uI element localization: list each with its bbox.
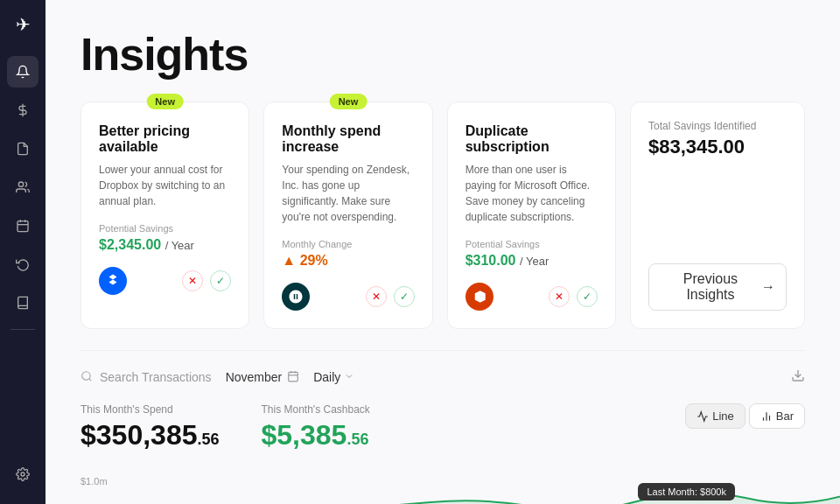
sidebar-divider xyxy=(10,329,35,330)
insights-section: New Better pricing available Lower your … xyxy=(46,102,840,350)
summary-label: Total Savings Identified xyxy=(648,120,787,132)
spend-row: This Month's Spend $350,385.56 This Mont… xyxy=(80,403,805,466)
accept-btn-pricing[interactable]: ✓ xyxy=(210,270,231,291)
sidebar-icon-dollar[interactable] xyxy=(7,94,38,126)
card-title-duplicate: Duplicate subscription xyxy=(466,123,598,155)
frequency-value: Daily xyxy=(313,370,340,384)
calendar-icon xyxy=(287,370,299,385)
dismiss-btn-spend[interactable]: ✕ xyxy=(366,286,387,307)
bar-chart-button[interactable]: Bar xyxy=(749,403,805,429)
chevron-down-icon xyxy=(344,370,354,384)
insight-card-duplicate: Duplicate subscription More than one use… xyxy=(447,102,616,329)
card-desc-spend: Your spending on Zendesk, Inc. has gone … xyxy=(282,162,414,225)
summary-card: Total Savings Identified $83,345.00 Prev… xyxy=(630,102,805,329)
card-footer-spend: ✕ ✓ xyxy=(282,283,414,311)
svg-point-1 xyxy=(18,182,23,186)
spend-value: $350,385.56 xyxy=(80,419,220,452)
line-chart-button[interactable]: Line xyxy=(685,403,746,429)
month-value: November xyxy=(226,370,283,384)
page-header: Insights xyxy=(46,0,840,102)
transactions-section: Search Transactions November Daily xyxy=(46,368,840,504)
svg-rect-2 xyxy=(18,221,28,232)
card-savings-value-pricing: $2,345.00 / Year xyxy=(99,237,231,253)
this-month-spend: This Month's Spend $350,385.56 xyxy=(80,403,220,452)
cashback-value: $5,385.56 xyxy=(262,419,370,452)
card-footer-pricing: ✕ ✓ xyxy=(99,267,231,295)
card-desc-pricing: Lower your annual cost for Dropbox by sw… xyxy=(99,162,231,209)
card-title-pricing: Better pricing available xyxy=(99,123,231,155)
accept-btn-duplicate[interactable]: ✓ xyxy=(577,286,598,307)
card-actions-duplicate: ✕ ✓ xyxy=(549,286,598,307)
dismiss-btn-pricing[interactable]: ✕ xyxy=(182,270,203,291)
card-savings-label-duplicate: Potential Savings xyxy=(466,239,598,249)
tx-toolbar: Search Transactions November Daily xyxy=(80,368,805,386)
download-button[interactable] xyxy=(791,368,805,386)
svg-point-6 xyxy=(21,472,24,476)
month-filter[interactable]: November xyxy=(226,370,300,385)
card-actions-spend: ✕ ✓ xyxy=(366,286,415,307)
sidebar: ✈ xyxy=(0,0,46,504)
card-savings-label-pricing: Potential Savings xyxy=(99,223,231,234)
app-icon-office xyxy=(466,283,494,311)
this-month-cashback: This Month's Cashback $5,385.56 xyxy=(262,403,370,452)
svg-point-7 xyxy=(82,371,90,379)
summary-content: Total Savings Identified $83,345.00 xyxy=(648,120,787,158)
chart-area: $1.0m $750k Last Month: $800k xyxy=(80,476,805,504)
badge-new-spend: New xyxy=(330,94,368,109)
chart-tooltip: Last Month: $800k xyxy=(638,483,735,500)
search-icon xyxy=(80,370,93,385)
main-content: Insights New Better pricing available Lo… xyxy=(46,0,840,504)
spend-summary: This Month's Spend $350,385.56 This Mont… xyxy=(80,403,370,452)
card-savings-value-duplicate: $310.00 / Year xyxy=(466,253,598,269)
insights-cards: New Better pricing available Lower your … xyxy=(80,102,805,329)
dismiss-btn-duplicate[interactable]: ✕ xyxy=(549,286,570,307)
search-label[interactable]: Search Transactions xyxy=(100,370,212,384)
card-actions-pricing: ✕ ✓ xyxy=(182,270,231,291)
cashback-label: This Month's Cashback xyxy=(262,403,370,416)
sidebar-bottom xyxy=(7,458,38,490)
sidebar-icon-settings[interactable] xyxy=(7,458,38,490)
frequency-filter[interactable]: Daily xyxy=(313,370,354,384)
app-icon-dropbox xyxy=(99,267,127,295)
card-change-label: Monthly Change xyxy=(282,239,414,249)
app-icon-zendesk xyxy=(282,283,310,311)
chart-label-1m: $1.0m xyxy=(80,476,108,486)
prev-insights-button[interactable]: Previous Insights → xyxy=(648,263,787,311)
chart-toggle: Line Bar xyxy=(685,403,805,429)
card-title-spend: Monthly spend increase xyxy=(282,123,414,155)
spend-label: This Month's Spend xyxy=(80,403,220,416)
card-footer-duplicate: ✕ ✓ xyxy=(466,283,598,311)
insight-card-pricing: New Better pricing available Lower your … xyxy=(80,102,249,329)
svg-line-8 xyxy=(89,378,92,381)
search-container: Search Transactions xyxy=(80,370,212,385)
accept-btn-spend[interactable]: ✓ xyxy=(394,286,415,307)
sidebar-icon-calendar[interactable] xyxy=(7,210,38,242)
arrow-right-icon: → xyxy=(761,279,775,295)
sidebar-icon-receipt[interactable] xyxy=(7,133,38,164)
card-desc-duplicate: More than one user is paying for Microso… xyxy=(466,162,598,225)
card-change-value: ▲ 29% xyxy=(282,253,414,269)
sidebar-icon-bell[interactable] xyxy=(7,56,38,88)
sidebar-icon-book[interactable] xyxy=(7,287,38,318)
sidebar-icon-people[interactable] xyxy=(7,172,38,203)
app-logo: ✈ xyxy=(16,14,31,35)
insight-card-spend: New Monthly spend increase Your spending… xyxy=(263,102,432,329)
section-divider xyxy=(80,350,805,351)
summary-value: $83,345.00 xyxy=(648,136,787,158)
sidebar-icon-history[interactable] xyxy=(7,248,38,280)
svg-rect-9 xyxy=(289,372,298,382)
badge-new-pricing: New xyxy=(146,94,184,109)
page-title: Insights xyxy=(80,28,805,80)
